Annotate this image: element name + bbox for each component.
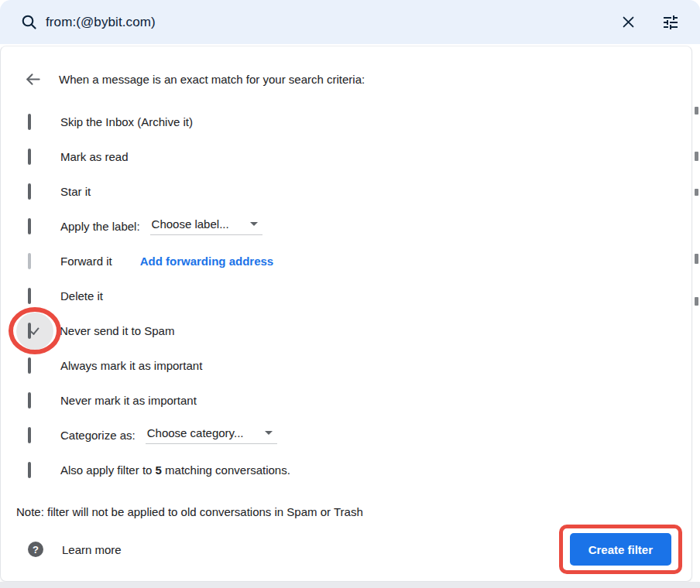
action-label: Star it (60, 185, 91, 198)
background-content-fragment (695, 152, 698, 161)
checkbox-categorize-as[interactable] (28, 427, 31, 443)
action-label: Always mark it as important (60, 359, 202, 372)
checkbox-star-it[interactable] (28, 183, 31, 200)
background-content-fragment (695, 189, 698, 196)
search-bar: from:(@bybit.com) (0, 0, 700, 44)
dropdown-caret-icon (250, 222, 258, 226)
filter-action-row: Delete it (1, 279, 691, 313)
checkbox-forward-it[interactable] (28, 253, 31, 269)
filter-action-row: Always mark it as important (1, 348, 691, 383)
filter-action-row: Mark as read (1, 139, 691, 174)
checkbox-never-important[interactable] (28, 392, 31, 409)
checkbox-mark-as-read[interactable] (28, 149, 31, 165)
checkbox-delete-it[interactable] (28, 288, 31, 304)
action-label: Apply the label: (60, 220, 140, 233)
filter-action-row: Never send it to Spam (1, 313, 691, 348)
panel-header: When a message is an exact match for you… (1, 62, 691, 97)
matching-count: 5 (156, 463, 162, 477)
create-filter-button[interactable]: Create filter (570, 533, 671, 566)
choose-label-dropdown[interactable]: Choose label... (150, 217, 262, 235)
filter-action-row: Also apply filter to 5 matching conversa… (1, 453, 691, 487)
action-label: Forward it (60, 255, 112, 268)
help-icon: ? (28, 542, 43, 557)
filter-action-row: Apply the label: Choose label... (1, 209, 691, 244)
checkbox-apply-label[interactable] (28, 218, 31, 234)
action-label: Delete it (60, 289, 103, 303)
action-label: Also apply filter to 5 matching conversa… (60, 463, 290, 477)
filter-action-row: Categorize as: Choose category... (1, 418, 691, 453)
learn-more-label: Learn more (62, 543, 122, 556)
search-input[interactable]: from:(@bybit.com) (46, 15, 621, 30)
checkbox-never-spam[interactable] (28, 323, 31, 339)
page-background-strip (0, 582, 700, 588)
panel-title: When a message is an exact match for you… (59, 73, 365, 86)
add-forwarding-address-link[interactable]: Add forwarding address (140, 255, 274, 268)
search-options-icon[interactable] (661, 13, 680, 32)
action-label: Never send it to Spam (60, 324, 174, 337)
background-content-fragment (695, 297, 698, 306)
background-content-fragment (695, 107, 698, 115)
red-annotation-box: Create filter (559, 525, 682, 574)
dropdown-value: Choose label... (152, 217, 229, 231)
filter-action-row: Forward it Add forwarding address (1, 244, 691, 279)
choose-category-dropdown[interactable]: Choose category... (146, 426, 277, 444)
gmail-filter-dialog: from:(@bybit.com) When a message is an e… (0, 0, 700, 588)
dropdown-value: Choose category... (147, 426, 244, 439)
filter-action-row: Skip the Inbox (Archive it) (1, 104, 691, 139)
action-label: Never mark it as important (60, 394, 197, 407)
clear-search-icon[interactable] (621, 15, 636, 29)
search-icon[interactable] (21, 14, 37, 30)
dropdown-caret-icon (265, 431, 273, 435)
filter-options-panel: When a message is an exact match for you… (0, 46, 692, 582)
filter-action-row: Star it (1, 174, 691, 209)
checkbox-skip-inbox[interactable] (28, 114, 31, 130)
filter-action-row: Never mark it as important (1, 383, 691, 418)
filter-note: Note: filter will not be applied to old … (1, 500, 691, 523)
learn-more-link[interactable]: ? Learn more (28, 542, 122, 557)
background-content-fragment (695, 254, 698, 264)
checkbox-apply-to-matching[interactable] (28, 462, 31, 478)
action-label: Skip the Inbox (Archive it) (60, 115, 193, 128)
back-arrow-icon[interactable] (24, 70, 42, 88)
checkbox-always-important[interactable] (28, 357, 31, 374)
action-label: Categorize as: (60, 429, 136, 442)
action-label: Mark as read (60, 150, 129, 163)
panel-footer: ? Learn more Create filter (1, 525, 691, 574)
